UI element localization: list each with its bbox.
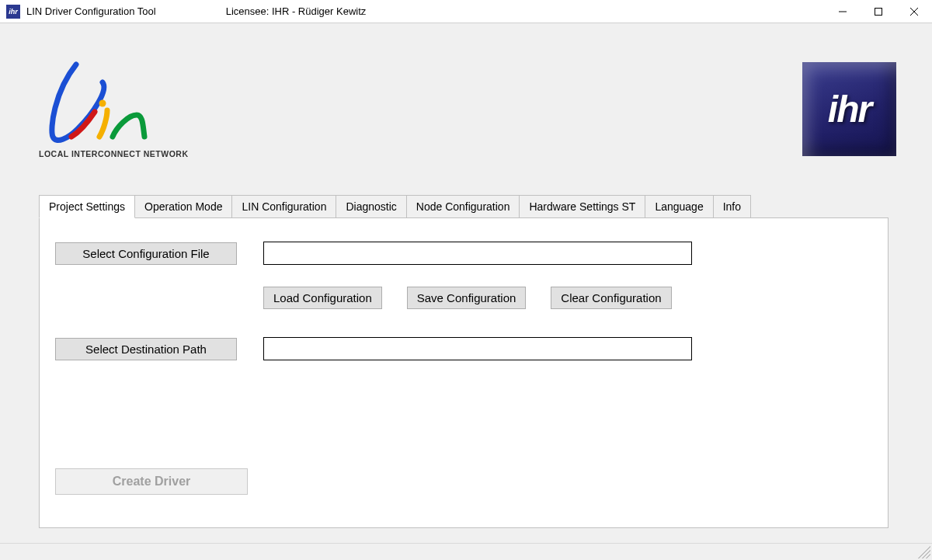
content-area: LOCAL INTERCONNECT NETWORK ihr Project S… [0,23,932,560]
svg-point-4 [99,100,106,107]
save-configuration-button[interactable]: Save Configuration [407,287,527,309]
svg-rect-1 [875,9,882,16]
statusbar [0,543,932,560]
dest-path-row: Select Destination Path [55,337,872,360]
tab-label: Hardware Settings ST [529,200,635,213]
window-controls [825,0,932,23]
tab-label: Diagnostic [346,200,396,213]
tab-label: Info [723,200,741,213]
create-driver-button: Create Driver [55,468,248,495]
window-title: LIN Driver Configuration Tool [26,5,156,17]
lin-logo [39,61,171,154]
config-file-input[interactable] [263,242,692,265]
config-file-row: Select Configuration File [55,242,872,265]
tab-node-configuration[interactable]: Node Configuration [407,195,520,218]
select-destination-path-button[interactable]: Select Destination Path [55,338,237,360]
app-icon-text: ihr [9,8,18,16]
destination-path-input[interactable] [263,337,692,360]
tab-info[interactable]: Info [714,195,751,218]
close-button[interactable] [896,0,932,23]
ihr-logo-text: ihr [828,88,871,130]
tab-panel-project-settings: Select Configuration File Load Configura… [39,217,889,528]
tab-operation-mode[interactable]: Operation Mode [135,195,232,218]
tab-label: Language [655,200,703,213]
config-buttons-row: Load Configuration Save Configuration Cl… [263,287,872,309]
tab-project-settings[interactable]: Project Settings [39,195,135,218]
minimize-button[interactable] [825,0,861,23]
lin-logo-area: LOCAL INTERCONNECT NETWORK [39,61,188,158]
ihr-logo: ihr [802,62,896,156]
load-configuration-button[interactable]: Load Configuration [263,287,382,309]
licensee-text: Licensee: IHR - Rüdiger Kewitz [226,5,367,17]
resize-grip[interactable] [918,546,930,558]
tab-label: Node Configuration [416,200,510,213]
app-icon: ihr [6,5,20,19]
tab-diagnostic[interactable]: Diagnostic [336,195,406,218]
tab-label: Operation Mode [144,200,222,213]
maximize-button[interactable] [861,0,896,23]
tab-language[interactable]: Language [645,195,713,218]
titlebar: ihr LIN Driver Configuration Tool Licens… [0,0,932,23]
tab-hardware-settings-st[interactable]: Hardware Settings ST [520,195,645,218]
tab-control: Project Settings Operation Mode LIN Conf… [39,194,889,528]
tab-label: LIN Configuration [242,200,326,213]
tab-label: Project Settings [49,200,125,213]
clear-configuration-button[interactable]: Clear Configuration [551,287,671,309]
tab-lin-configuration[interactable]: LIN Configuration [232,195,336,218]
select-config-file-button[interactable]: Select Configuration File [55,242,237,265]
tab-strip: Project Settings Operation Mode LIN Conf… [39,194,889,217]
